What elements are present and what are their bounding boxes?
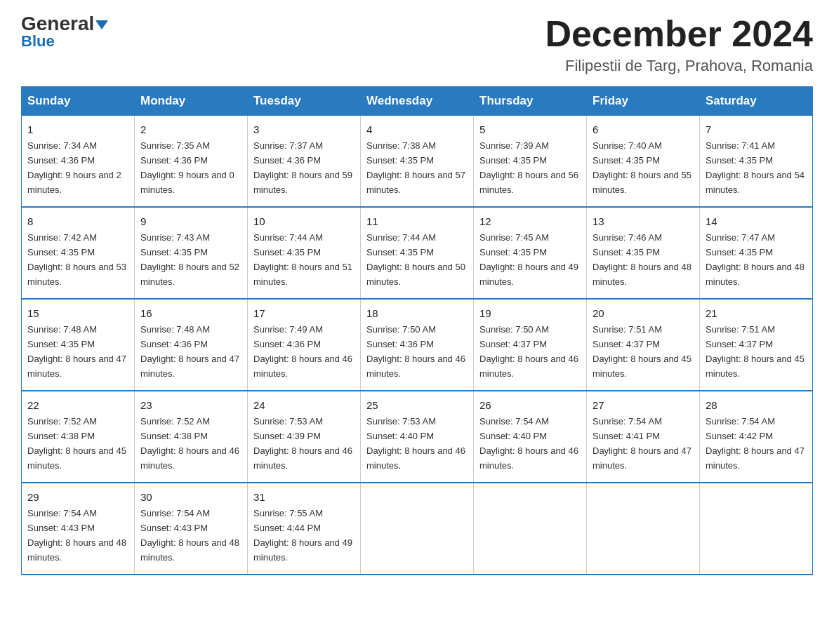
table-row: 13Sunrise: 7:46 AMSunset: 4:35 PMDayligh… [587, 207, 700, 299]
table-row: 31Sunrise: 7:55 AMSunset: 4:44 PMDayligh… [248, 483, 361, 575]
table-row: 28Sunrise: 7:54 AMSunset: 4:42 PMDayligh… [700, 391, 813, 483]
col-thursday: Thursday [474, 87, 587, 116]
table-row: 26Sunrise: 7:54 AMSunset: 4:40 PMDayligh… [474, 391, 587, 483]
table-row: 2Sunrise: 7:35 AMSunset: 4:36 PMDaylight… [135, 116, 248, 207]
table-row: 5Sunrise: 7:39 AMSunset: 4:35 PMDaylight… [474, 116, 587, 207]
day-info: Sunrise: 7:48 AMSunset: 4:36 PMDaylight:… [140, 324, 239, 379]
day-info: Sunrise: 7:54 AMSunset: 4:41 PMDaylight:… [593, 416, 691, 471]
calendar-week-row: 15Sunrise: 7:48 AMSunset: 4:35 PMDayligh… [22, 299, 813, 391]
day-info: Sunrise: 7:47 AMSunset: 4:35 PMDaylight:… [706, 232, 805, 287]
day-info: Sunrise: 7:54 AMSunset: 4:42 PMDaylight:… [706, 416, 805, 471]
table-row: 12Sunrise: 7:45 AMSunset: 4:35 PMDayligh… [474, 207, 587, 299]
day-number: 15 [27, 305, 128, 321]
col-tuesday: Tuesday [248, 87, 361, 116]
table-row: 24Sunrise: 7:53 AMSunset: 4:39 PMDayligh… [248, 391, 361, 483]
table-row: 27Sunrise: 7:54 AMSunset: 4:41 PMDayligh… [587, 391, 700, 483]
day-number: 20 [593, 305, 694, 321]
day-number: 25 [366, 397, 468, 413]
day-info: Sunrise: 7:44 AMSunset: 4:35 PMDaylight:… [253, 232, 352, 287]
logo-blue: Blue [21, 32, 55, 51]
table-row [474, 483, 587, 575]
day-number: 6 [593, 121, 694, 137]
table-row: 17Sunrise: 7:49 AMSunset: 4:36 PMDayligh… [248, 299, 361, 391]
day-number: 18 [366, 305, 468, 321]
day-info: Sunrise: 7:51 AMSunset: 4:37 PMDaylight:… [706, 324, 805, 379]
day-info: Sunrise: 7:53 AMSunset: 4:40 PMDaylight:… [366, 416, 465, 471]
day-number: 16 [140, 305, 241, 321]
day-info: Sunrise: 7:45 AMSunset: 4:35 PMDaylight:… [479, 232, 578, 287]
day-info: Sunrise: 7:55 AMSunset: 4:44 PMDaylight:… [253, 508, 352, 563]
calendar-week-row: 8Sunrise: 7:42 AMSunset: 4:35 PMDaylight… [22, 207, 813, 299]
page-header: General Blue December 2024 Filipestii de… [21, 14, 813, 75]
table-row: 7Sunrise: 7:41 AMSunset: 4:35 PMDaylight… [700, 116, 813, 207]
table-row: 3Sunrise: 7:37 AMSunset: 4:36 PMDaylight… [248, 116, 361, 207]
day-info: Sunrise: 7:35 AMSunset: 4:36 PMDaylight:… [140, 140, 234, 195]
table-row [700, 483, 813, 575]
table-row: 4Sunrise: 7:38 AMSunset: 4:35 PMDaylight… [361, 116, 474, 207]
table-row: 29Sunrise: 7:54 AMSunset: 4:43 PMDayligh… [22, 483, 135, 575]
calendar-header-row: Sunday Monday Tuesday Wednesday Thursday… [22, 87, 813, 116]
day-number: 19 [479, 305, 581, 321]
day-number: 21 [706, 305, 807, 321]
day-info: Sunrise: 7:38 AMSunset: 4:35 PMDaylight:… [366, 140, 465, 195]
day-number: 22 [27, 397, 128, 413]
day-info: Sunrise: 7:39 AMSunset: 4:35 PMDaylight:… [479, 140, 578, 195]
day-number: 27 [593, 397, 694, 413]
day-info: Sunrise: 7:43 AMSunset: 4:35 PMDaylight:… [140, 232, 239, 287]
calendar-table: Sunday Monday Tuesday Wednesday Thursday… [21, 86, 813, 575]
day-number: 29 [27, 489, 128, 505]
table-row: 11Sunrise: 7:44 AMSunset: 4:35 PMDayligh… [361, 207, 474, 299]
calendar-week-row: 1Sunrise: 7:34 AMSunset: 4:36 PMDaylight… [22, 116, 813, 207]
day-info: Sunrise: 7:50 AMSunset: 4:36 PMDaylight:… [366, 324, 465, 379]
table-row: 18Sunrise: 7:50 AMSunset: 4:36 PMDayligh… [361, 299, 474, 391]
day-number: 9 [140, 213, 241, 229]
day-info: Sunrise: 7:54 AMSunset: 4:43 PMDaylight:… [27, 508, 126, 563]
table-row: 1Sunrise: 7:34 AMSunset: 4:36 PMDaylight… [22, 116, 135, 207]
day-number: 12 [479, 213, 581, 229]
table-row: 8Sunrise: 7:42 AMSunset: 4:35 PMDaylight… [22, 207, 135, 299]
table-row: 30Sunrise: 7:54 AMSunset: 4:43 PMDayligh… [135, 483, 248, 575]
day-number: 7 [706, 121, 807, 137]
col-wednesday: Wednesday [361, 87, 474, 116]
day-number: 26 [479, 397, 581, 413]
day-number: 13 [593, 213, 694, 229]
day-number: 3 [253, 121, 355, 137]
calendar-week-row: 22Sunrise: 7:52 AMSunset: 4:38 PMDayligh… [22, 391, 813, 483]
table-row: 23Sunrise: 7:52 AMSunset: 4:38 PMDayligh… [135, 391, 248, 483]
day-info: Sunrise: 7:54 AMSunset: 4:43 PMDaylight:… [140, 508, 239, 563]
day-info: Sunrise: 7:37 AMSunset: 4:36 PMDaylight:… [253, 140, 352, 195]
title-area: December 2024 Filipestii de Targ, Prahov… [545, 14, 813, 75]
day-info: Sunrise: 7:41 AMSunset: 4:35 PMDaylight:… [706, 140, 805, 195]
table-row: 16Sunrise: 7:48 AMSunset: 4:36 PMDayligh… [135, 299, 248, 391]
day-info: Sunrise: 7:42 AMSunset: 4:35 PMDaylight:… [27, 232, 126, 287]
table-row: 9Sunrise: 7:43 AMSunset: 4:35 PMDaylight… [135, 207, 248, 299]
day-number: 17 [253, 305, 355, 321]
col-monday: Monday [135, 87, 248, 116]
day-info: Sunrise: 7:49 AMSunset: 4:36 PMDaylight:… [253, 324, 352, 379]
table-row: 20Sunrise: 7:51 AMSunset: 4:37 PMDayligh… [587, 299, 700, 391]
table-row: 6Sunrise: 7:40 AMSunset: 4:35 PMDaylight… [587, 116, 700, 207]
col-sunday: Sunday [22, 87, 135, 116]
calendar-week-row: 29Sunrise: 7:54 AMSunset: 4:43 PMDayligh… [22, 483, 813, 575]
day-number: 31 [253, 489, 355, 505]
table-row: 22Sunrise: 7:52 AMSunset: 4:38 PMDayligh… [22, 391, 135, 483]
day-info: Sunrise: 7:53 AMSunset: 4:39 PMDaylight:… [253, 416, 352, 471]
day-number: 14 [706, 213, 807, 229]
col-friday: Friday [587, 87, 700, 116]
table-row [361, 483, 474, 575]
logo: General Blue [21, 14, 108, 51]
day-info: Sunrise: 7:34 AMSunset: 4:36 PMDaylight:… [27, 140, 121, 195]
month-title: December 2024 [545, 14, 813, 54]
day-number: 24 [253, 397, 355, 413]
day-number: 23 [140, 397, 241, 413]
day-number: 5 [479, 121, 581, 137]
col-saturday: Saturday [700, 87, 813, 116]
logo-text: General [21, 14, 108, 34]
day-info: Sunrise: 7:48 AMSunset: 4:35 PMDaylight:… [27, 324, 126, 379]
location: Filipestii de Targ, Prahova, Romania [545, 57, 813, 75]
day-info: Sunrise: 7:46 AMSunset: 4:35 PMDaylight:… [593, 232, 691, 287]
day-number: 1 [27, 121, 128, 137]
table-row: 21Sunrise: 7:51 AMSunset: 4:37 PMDayligh… [700, 299, 813, 391]
day-number: 10 [253, 213, 355, 229]
day-number: 30 [140, 489, 241, 505]
